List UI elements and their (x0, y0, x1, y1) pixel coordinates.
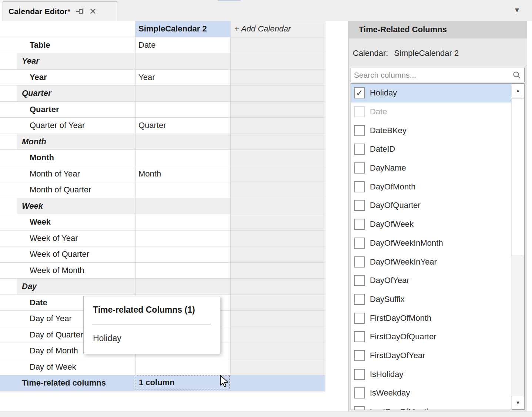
checkbox-unchecked[interactable] (354, 331, 365, 342)
pin-icon[interactable] (76, 7, 86, 16)
checkbox-unchecked[interactable] (354, 106, 365, 117)
grid-row-addcalendar-cell[interactable] (231, 311, 325, 327)
grid-row-value[interactable] (135, 182, 231, 198)
grid-row-addcalendar-cell[interactable] (231, 279, 325, 295)
grid-row-label[interactable]: Table (0, 37, 135, 53)
grid-row-addcalendar-cell[interactable] (231, 343, 325, 359)
grid-row-value[interactable] (135, 198, 231, 214)
grid-row-value[interactable] (135, 150, 231, 166)
column-list-item[interactable]: DayOfQuarter (351, 196, 511, 215)
checkbox-unchecked[interactable] (354, 294, 365, 305)
column-list-item[interactable]: FirstDayOfQuarter (351, 327, 511, 346)
grid-row-addcalendar-cell[interactable] (231, 375, 325, 391)
grid-row-addcalendar-cell[interactable] (231, 166, 325, 182)
grid-row-addcalendar-cell[interactable] (231, 102, 325, 118)
grid-row-addcalendar-cell[interactable] (231, 214, 325, 230)
grid-row-value[interactable] (135, 263, 231, 279)
grid-row-addcalendar-cell[interactable] (231, 295, 325, 311)
grid-row-label[interactable]: Week of Year (0, 231, 135, 246)
grid-row-addcalendar-cell[interactable] (231, 134, 325, 150)
column-list-item[interactable]: DayOfWeekInYear (351, 252, 511, 271)
grid-row-addcalendar-cell[interactable] (231, 263, 325, 279)
column-list-item[interactable]: DayOfYear (351, 271, 511, 290)
grid-row-label[interactable]: Year (0, 53, 135, 69)
checkbox-unchecked[interactable] (354, 238, 365, 249)
grid-row-addcalendar-cell[interactable] (231, 118, 325, 134)
column-list-item[interactable]: DayOfWeekInMonth (351, 234, 511, 253)
grid-row-label[interactable]: Time-related columns (0, 375, 135, 391)
grid-row-label[interactable]: Day of Week (0, 359, 135, 375)
grid-row-value[interactable] (135, 359, 231, 375)
grid-row-addcalendar-cell[interactable] (231, 53, 325, 69)
grid-row-value[interactable] (135, 102, 231, 118)
grid-row-label[interactable]: Quarter (0, 102, 135, 118)
grid-row-label[interactable]: Quarter of Year (0, 118, 135, 134)
grid-row-value[interactable] (135, 214, 231, 230)
grid-row-value[interactable] (135, 231, 231, 246)
checkbox-unchecked[interactable] (354, 350, 365, 361)
grid-row-label[interactable]: Week (0, 214, 135, 230)
scrollbar-up-button[interactable]: ▲ (512, 84, 524, 97)
column-list-item[interactable]: FirstDayOfMonth (351, 309, 511, 327)
column-list-item[interactable]: ✓Holiday (351, 84, 511, 102)
checkbox-unchecked[interactable] (354, 369, 365, 380)
column-list-item[interactable]: IsHoliday (351, 365, 511, 384)
checkbox-unchecked[interactable] (354, 219, 365, 230)
column-list-item[interactable]: DateBKey (351, 121, 511, 140)
grid-row-label[interactable]: Week of Month (0, 263, 135, 279)
grid-header-calendar-cell[interactable]: SimpleCalendar 2 (135, 21, 231, 37)
grid-row-addcalendar-cell[interactable] (231, 85, 325, 101)
scrollbar-thumb[interactable] (512, 98, 524, 255)
grid-row-label[interactable]: Month (0, 150, 135, 166)
grid-row-value[interactable]: 1 column (135, 375, 231, 391)
search-input[interactable] (351, 71, 513, 80)
grid-row-value[interactable] (135, 246, 231, 262)
window-dropdown-icon[interactable]: ▾ (515, 5, 519, 15)
grid-row-label[interactable]: Day (0, 279, 135, 295)
column-list-item[interactable]: LastDayOfMonth (351, 403, 511, 410)
checkbox-unchecked[interactable] (354, 313, 365, 324)
grid-row-addcalendar-cell[interactable] (231, 231, 325, 246)
scrollbar-down-button[interactable]: ▼ (512, 396, 524, 410)
checkbox-unchecked[interactable] (354, 406, 365, 410)
checkbox-unchecked[interactable] (354, 162, 365, 174)
column-list-item[interactable]: DaySuffix (351, 290, 511, 309)
grid-row-label[interactable]: Month of Quarter (0, 182, 135, 198)
grid-row-value[interactable]: Month (135, 166, 231, 182)
checkbox-unchecked[interactable] (354, 387, 365, 398)
grid-row-addcalendar-cell[interactable] (231, 198, 325, 214)
grid-row-addcalendar-cell[interactable] (231, 70, 325, 85)
grid-row-addcalendar-cell[interactable] (231, 246, 325, 262)
add-calendar-button[interactable]: + Add Calendar (231, 21, 325, 37)
checkbox-checked[interactable]: ✓ (354, 87, 365, 98)
checkbox-unchecked[interactable] (354, 275, 365, 286)
tab-calendar-editor[interactable]: Calendar Editor* ✕ (3, 1, 117, 21)
grid-row-label[interactable]: Year (0, 70, 135, 85)
scrollbar[interactable]: ▲ ▼ (511, 84, 524, 410)
checkbox-unchecked[interactable] (354, 181, 365, 192)
grid-row-label[interactable]: Month of Year (0, 166, 135, 182)
column-list-item[interactable]: IsWeekday (351, 384, 511, 403)
grid-row-value[interactable]: Quarter (135, 118, 231, 134)
column-list-item[interactable]: DayName (351, 159, 511, 178)
grid-row-label[interactable]: Week (0, 198, 135, 214)
checkbox-unchecked[interactable] (354, 200, 365, 211)
grid-row-value[interactable] (135, 53, 231, 69)
checkbox-unchecked[interactable] (354, 144, 365, 155)
focused-cell[interactable]: 1 column (136, 376, 230, 390)
grid-row-label[interactable]: Quarter (0, 85, 135, 101)
grid-row-label[interactable]: Week of Quarter (0, 246, 135, 262)
grid-row-addcalendar-cell[interactable] (231, 37, 325, 53)
grid-row-addcalendar-cell[interactable] (231, 182, 325, 198)
checkbox-unchecked[interactable] (354, 256, 365, 268)
grid-row-value[interactable]: Date (135, 37, 231, 53)
grid-row-label[interactable]: Month (0, 134, 135, 150)
close-icon[interactable]: ✕ (89, 7, 97, 16)
column-list-item[interactable]: DayOfMonth (351, 177, 511, 196)
column-list-item[interactable]: DateID (351, 140, 511, 159)
grid-row-addcalendar-cell[interactable] (231, 150, 325, 166)
grid-row-value[interactable]: Year (135, 70, 231, 85)
column-list-item[interactable]: DayOfWeek (351, 215, 511, 234)
column-list-item[interactable]: FirstDayOfYear (351, 346, 511, 365)
grid-row-value[interactable] (135, 134, 231, 150)
